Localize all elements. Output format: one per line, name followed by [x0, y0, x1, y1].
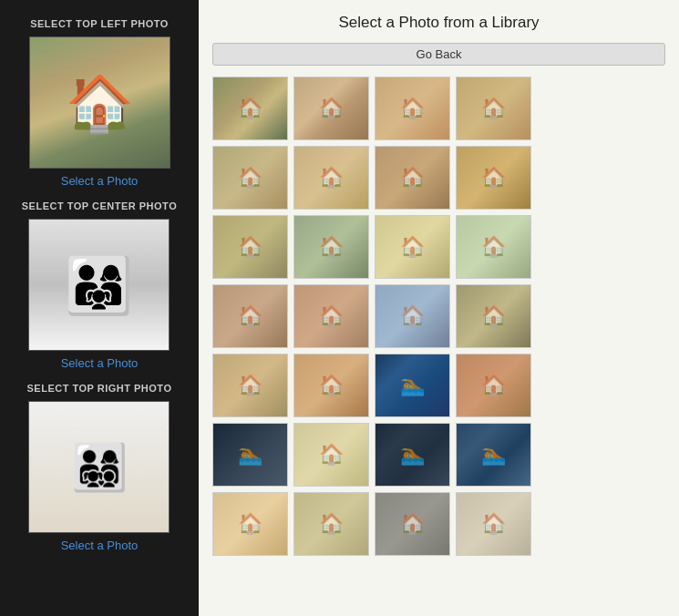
photo-grid [212, 77, 665, 556]
grid-photo-24[interactable] [456, 423, 531, 487]
grid-photo-27[interactable] [375, 492, 450, 556]
grid-photo-15[interactable] [375, 284, 450, 348]
grid-photo-12[interactable] [456, 215, 531, 279]
section-top-left: SELECT TOP LEFT PHOTO Select a Photo [29, 9, 170, 191]
grid-photo-13[interactable] [212, 284, 288, 348]
select-top-right-link[interactable]: Select a Photo [61, 539, 139, 552]
grid-photo-22[interactable] [293, 423, 369, 487]
grid-photo-21[interactable] [212, 423, 288, 487]
left-panel: SELECT TOP LEFT PHOTO Select a Photo SEL… [0, 0, 199, 616]
grid-photo-1[interactable] [212, 77, 288, 140]
photo-top-left [29, 36, 170, 169]
grid-photo-25[interactable] [212, 492, 288, 556]
grid-photo-5[interactable] [212, 146, 288, 210]
section-top-left-label: SELECT TOP LEFT PHOTO [30, 18, 169, 29]
section-top-center: SELECT TOP CENTER PHOTO Select a Photo [22, 191, 177, 374]
grid-photo-7[interactable] [375, 146, 450, 210]
grid-photo-16[interactable] [456, 284, 531, 348]
panel-title: Select a Photo from a Library [212, 14, 665, 32]
section-top-right: SELECT TOP RIGHT PHOTO Select a Photo [27, 374, 172, 556]
go-back-button[interactable]: Go Back [212, 43, 665, 66]
grid-photo-14[interactable] [293, 284, 369, 348]
section-top-right-label: SELECT TOP RIGHT PHOTO [27, 383, 172, 394]
grid-photo-18[interactable] [293, 354, 369, 417]
grid-photo-9[interactable] [212, 215, 288, 279]
photo-top-center [28, 219, 170, 351]
grid-photo-19[interactable] [375, 354, 450, 417]
grid-photo-20[interactable] [456, 354, 531, 417]
select-top-center-link[interactable]: Select a Photo [61, 356, 139, 370]
grid-photo-8[interactable] [456, 146, 531, 210]
grid-photo-28[interactable] [456, 492, 531, 556]
grid-photo-17[interactable] [212, 354, 288, 417]
grid-photo-6[interactable] [293, 146, 369, 210]
grid-photo-2[interactable] [293, 77, 369, 140]
grid-photo-23[interactable] [375, 423, 450, 487]
photo-top-right [28, 401, 170, 533]
grid-photo-10[interactable] [293, 215, 369, 279]
right-panel: Select a Photo from a Library Go Back [199, 0, 679, 616]
select-top-left-link[interactable]: Select a Photo [61, 174, 139, 188]
section-top-center-label: SELECT TOP CENTER PHOTO [22, 200, 177, 211]
grid-photo-3[interactable] [375, 77, 450, 140]
grid-photo-4[interactable] [456, 77, 531, 140]
grid-photo-11[interactable] [375, 215, 450, 279]
grid-photo-26[interactable] [293, 492, 369, 556]
